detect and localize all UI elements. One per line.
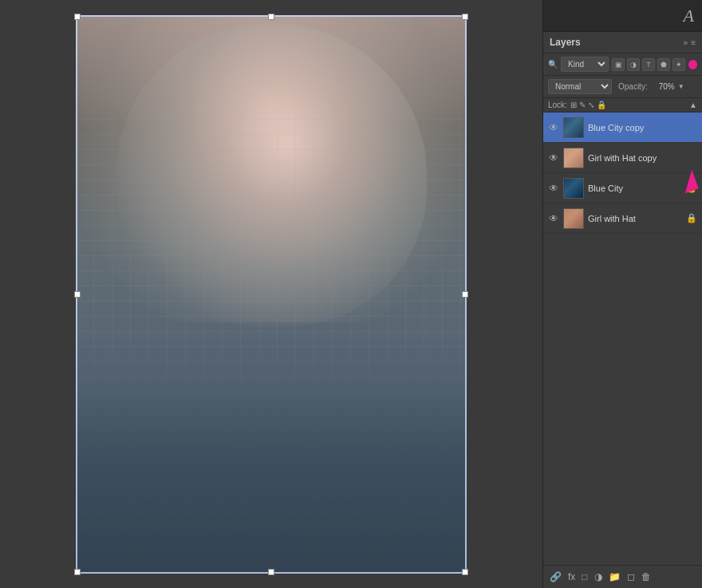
fill-label: ▲ xyxy=(689,101,697,109)
layer-lock-icon: 🔒 xyxy=(686,213,697,223)
layer-name: Girl with Hat xyxy=(588,214,682,223)
filter-row: 🔍 Kind ▣ ◑ T ⬟ ✦ xyxy=(543,53,702,76)
lock-position-btn[interactable]: ✎ xyxy=(579,101,586,109)
layer-item[interactable]: 👁 Blue City copy xyxy=(543,112,702,143)
link-layers-btn[interactable]: 🔗 xyxy=(548,570,563,584)
top-bar: A xyxy=(543,0,702,32)
layers-panel-title: Layers xyxy=(550,37,581,48)
adobe-icon: A xyxy=(684,6,694,26)
layers-panel-header: Layers » ≡ xyxy=(543,32,702,53)
layers-panel: Layers » ≡ 🔍 Kind ▣ ◑ T ⬟ ✦ xyxy=(543,32,702,588)
filter-type-btn[interactable]: T xyxy=(642,58,655,71)
canvas-area xyxy=(0,0,542,588)
filter-smart-btn[interactable]: ✦ xyxy=(672,58,685,71)
layer-name: Blue City xyxy=(588,184,682,193)
opacity-input[interactable] xyxy=(651,82,675,91)
layer-name: Blue City copy xyxy=(588,123,697,132)
menu-icon[interactable]: ≡ xyxy=(691,38,696,47)
right-panel: A Layers » ≡ 🔍 Kind ▣ ◑ T ⬟ xyxy=(542,0,702,588)
fx-btn[interactable]: fx xyxy=(566,570,577,584)
filter-pixel-btn[interactable]: ▣ xyxy=(612,58,625,71)
add-mask-btn[interactable]: □ xyxy=(580,570,589,584)
filter-toggle[interactable] xyxy=(688,60,697,69)
layer-visibility-toggle[interactable]: 👁 xyxy=(548,152,559,164)
add-adjustment-btn[interactable]: ◑ xyxy=(593,570,604,584)
opacity-arrow: ▼ xyxy=(678,83,684,90)
lock-pixels-btn[interactable]: ⊞ xyxy=(570,101,577,109)
blend-mode-select[interactable]: Normal xyxy=(548,79,612,94)
layer-thumbnail xyxy=(563,208,584,229)
expand-icon[interactable]: » xyxy=(684,38,688,47)
delete-layer-btn[interactable]: 🗑 xyxy=(640,570,653,584)
layer-item[interactable]: 👁 Girl with Hat copy xyxy=(543,143,702,173)
kind-filter-select[interactable]: Kind xyxy=(561,57,609,72)
search-icon: 🔍 xyxy=(548,60,558,69)
layer-name: Girl with Hat copy xyxy=(588,153,697,163)
filter-icons: ▣ ◑ T ⬟ ✦ xyxy=(612,58,685,71)
opacity-label: Opacity: xyxy=(618,82,648,91)
filter-adjust-btn[interactable]: ◑ xyxy=(627,58,640,71)
layers-header-icons: » ≡ xyxy=(684,38,696,47)
lock-all-btn[interactable]: 🔒 xyxy=(597,101,606,109)
lock-artboard-btn[interactable]: ⤡ xyxy=(588,101,594,109)
lock-label: Lock: xyxy=(548,101,567,109)
layers-list: 👁 Blue City copy 👁 Girl with Hat copy 👁 … xyxy=(543,112,702,565)
canvas-wrapper xyxy=(76,15,467,574)
canvas-image xyxy=(76,15,467,574)
layer-visibility-toggle[interactable]: 👁 xyxy=(548,122,559,133)
layer-visibility-toggle[interactable]: 👁 xyxy=(548,183,559,194)
layer-thumbnail xyxy=(563,148,584,168)
layer-visibility-toggle[interactable]: 👁 xyxy=(548,213,559,224)
add-layer-btn[interactable]: ◻ xyxy=(625,570,637,584)
lock-icons: ⊞ ✎ ⤡ 🔒 xyxy=(570,101,606,109)
layer-item[interactable]: 👁 Blue City 🔒 xyxy=(543,173,702,203)
lock-row: Lock: ⊞ ✎ ⤡ 🔒 ▲ xyxy=(543,98,702,112)
layer-thumbnail xyxy=(563,178,584,199)
layers-bottom-toolbar: 🔗 fx □ ◑ 📁 ◻ 🗑 xyxy=(543,565,702,588)
add-group-btn[interactable]: 📁 xyxy=(607,570,622,584)
buildings-overlay xyxy=(76,334,467,574)
filter-shape-btn[interactable]: ⬟ xyxy=(657,58,670,71)
layer-item[interactable]: 👁 Girl with Hat 🔒 xyxy=(543,203,702,234)
blend-mode-row: Normal Opacity: ▼ xyxy=(543,76,702,98)
layer-thumbnail xyxy=(563,117,584,138)
